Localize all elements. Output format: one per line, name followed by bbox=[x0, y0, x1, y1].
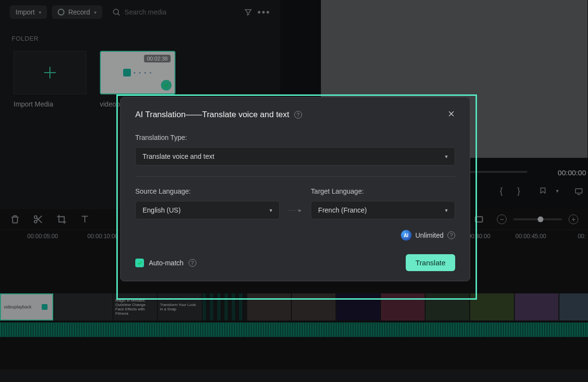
source-language-label: Source Language: bbox=[135, 187, 280, 195]
target-language-select[interactable]: French (France) ▾ bbox=[311, 201, 455, 219]
auto-match-checkbox[interactable] bbox=[135, 259, 144, 267]
target-language-col: Target Language: French (France) ▾ bbox=[311, 187, 455, 219]
modal-footer: Auto-match ? Translate bbox=[135, 254, 455, 271]
unlimited-label: Unlimited bbox=[415, 231, 444, 239]
language-row: Source Language: English (US) ▾ ·····▸ T… bbox=[135, 187, 455, 219]
help-icon[interactable]: ? bbox=[189, 259, 196, 267]
close-icon[interactable] bbox=[447, 109, 455, 120]
translate-button[interactable]: Translate bbox=[406, 254, 455, 271]
chevron-down-icon: ▾ bbox=[270, 207, 272, 214]
target-language-label: Target Language: bbox=[311, 187, 455, 195]
target-language-value: French (France) bbox=[318, 206, 366, 214]
auto-match-label: Auto-match bbox=[149, 259, 184, 267]
unlimited-row: AI Unlimited ? bbox=[135, 230, 455, 241]
chevron-down-icon: ▾ bbox=[445, 207, 448, 214]
translation-type-label: Translation Type: bbox=[135, 134, 455, 141]
source-language-select[interactable]: English (US) ▾ bbox=[135, 201, 280, 219]
modal-header: AI Translation——Translate voice and text… bbox=[135, 109, 455, 120]
chevron-down-icon: ▾ bbox=[445, 153, 448, 160]
arrow-right-icon: ·····▸ bbox=[288, 207, 302, 219]
help-icon[interactable]: ? bbox=[294, 111, 302, 119]
ai-badge-icon: AI bbox=[401, 230, 412, 241]
translation-type-value: Translate voice and text bbox=[143, 153, 214, 160]
ai-translation-modal: AI Translation——Translate voice and text… bbox=[120, 97, 470, 281]
modal-title: AI Translation——Translate voice and text bbox=[135, 110, 289, 120]
divider bbox=[135, 176, 455, 177]
translation-type-select[interactable]: Translate voice and text ▾ bbox=[135, 147, 455, 166]
source-language-col: Source Language: English (US) ▾ bbox=[135, 187, 280, 219]
source-language-value: English (US) bbox=[143, 206, 181, 214]
help-icon[interactable]: ? bbox=[447, 231, 455, 239]
